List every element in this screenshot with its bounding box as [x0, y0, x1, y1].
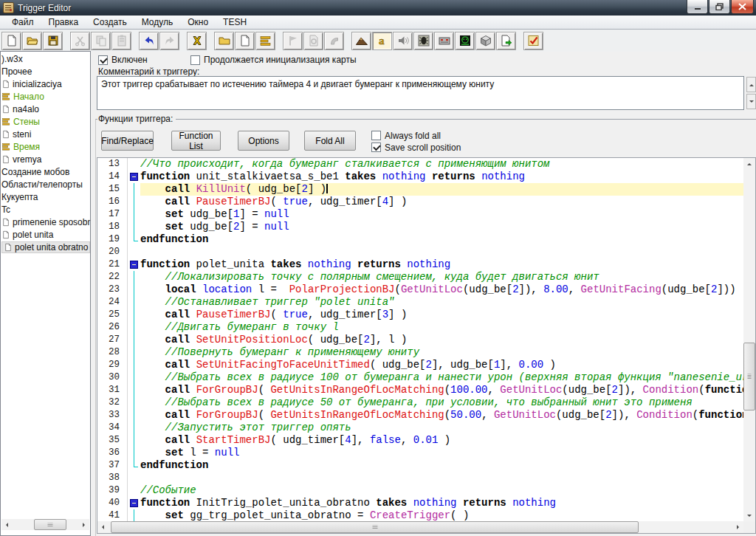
menu-edit[interactable]: Правка [41, 16, 86, 29]
new-category-button[interactable] [214, 32, 234, 50]
code-line-25[interactable]: 25 call PauseTimerBJ( true, udg_timer[3]… [97, 309, 743, 321]
tree-item-trigger-polet-unita[interactable]: polet unita [1, 228, 90, 241]
fold-minus-icon[interactable] [130, 261, 138, 269]
code-text[interactable]: call KillUnit( udg_be[2] ) [140, 183, 743, 196]
code-line-38[interactable]: 38 [97, 472, 743, 484]
editor-scroll-left-button[interactable] [97, 521, 108, 532]
code-line-32[interactable]: 32 //Выбрать всех в радиусе 50 от бумера… [97, 396, 743, 409]
code-text[interactable]: local location l = PolarProjectionBJ(Get… [140, 284, 743, 296]
enabled-checkbox[interactable] [98, 55, 108, 65]
close-button[interactable] [731, 0, 754, 14]
code-line-21[interactable]: 21function polet_unita takes nothing ret… [97, 258, 743, 271]
code-line-36[interactable]: 36 set l = null [97, 447, 743, 459]
code-text[interactable]: //Останавливает триггер "polet unita" [140, 296, 743, 309]
code-line-31[interactable]: 31 call ForGroupBJ( GetUnitsInRangeOfLoc… [97, 384, 743, 396]
minimize-button[interactable] [687, 0, 708, 14]
code-line-22[interactable]: 22 //Локализировать точку с полярным сме… [97, 271, 743, 284]
find-replace-button[interactable]: Find/Replace [101, 131, 154, 151]
code-line-28[interactable]: 28 //Повернуть бумеранг к применяющему ю… [97, 346, 743, 359]
code-text[interactable] [140, 472, 743, 484]
menu-module[interactable]: Модуль [134, 16, 181, 29]
tree-item-category-kukuepta[interactable]: Кукуепта [1, 190, 90, 203]
object-editor-button[interactable] [413, 32, 433, 50]
tree-item-category-tc[interactable]: Tc [1, 203, 90, 216]
trigger-editor-button[interactable]: a [372, 32, 392, 50]
code-text[interactable]: function unit_stalkivaetsa_s_be1 takes n… [140, 171, 743, 183]
tree-item-category-oblasti-teleporty[interactable]: Области/телепорты [1, 178, 90, 190]
code-line-41[interactable]: 41 set gg_trg_polet_unita_obratno = Crea… [97, 509, 743, 521]
code-line-18[interactable]: 18 set udg_be[2] = null [97, 221, 743, 233]
fold-minus-icon[interactable] [130, 173, 138, 181]
code-line-29[interactable]: 29 call SetUnitFacingToFaceUnitTimed( ud… [97, 359, 743, 371]
trigger-tree[interactable]: ).w3xПрочееinicializaciyaНачалоna4aloСте… [1, 52, 90, 518]
menu-window[interactable]: Окно [180, 16, 216, 29]
code-text[interactable]: //Событие [140, 484, 743, 497]
code-line-13[interactable]: 13//Что происходит, когда бумеранг сталк… [97, 158, 743, 171]
editor-vertical-scrollbar[interactable] [743, 158, 755, 521]
test-map-button[interactable] [523, 32, 543, 50]
always-fold-all-checkbox[interactable] [371, 131, 381, 140]
new-trigger-button[interactable] [235, 32, 255, 50]
function-list-button[interactable]: Function List [171, 131, 221, 151]
code-text[interactable]: set l = null [140, 447, 743, 459]
trigger-comment-input[interactable]: Этот триггер срабатывает по истечению та… [97, 76, 744, 110]
code-line-26[interactable]: 26 //Двигать бумеранг в точку l [97, 321, 743, 334]
tree-scroll-right-button[interactable] [79, 519, 89, 530]
tree-horizontal-scrollbar[interactable] [1, 519, 89, 530]
code-text[interactable]: endfunction [140, 459, 743, 472]
code-line-39[interactable]: 39//Событие [97, 484, 743, 497]
fold-collapse-box[interactable] [127, 497, 140, 509]
code-text[interactable]: //Выбрать всех в радиусе 100 от бумеранг… [140, 371, 743, 384]
fold-minus-icon[interactable] [130, 499, 138, 507]
tree-item-category-prochee[interactable]: Прочее [1, 65, 90, 78]
fold-collapse-box[interactable] [127, 171, 140, 183]
restore-button[interactable] [709, 0, 730, 14]
editor-scroll-up-button[interactable] [743, 158, 755, 169]
ai-editor-button[interactable] [455, 32, 475, 50]
code-line-17[interactable]: 17 set udg_be[1] = null [97, 208, 743, 221]
comment-scroll-up-button[interactable] [746, 77, 756, 92]
tree-scroll-track[interactable] [12, 519, 79, 530]
editor-horizontal-scrollbar[interactable] [97, 521, 743, 533]
code-text[interactable]: //Повернуть бумеранг к применяющему юнит… [140, 346, 743, 359]
tree-item-comment-nachalo[interactable]: Начало [1, 90, 90, 103]
code-text[interactable]: function polet_unita takes nothing retur… [140, 258, 743, 271]
tree-item-trigger-primenenie-sposobnosti[interactable]: primenenie sposobno [1, 216, 90, 228]
code-text[interactable]: set udg_be[1] = null [140, 208, 743, 221]
fold-all-button[interactable]: Fold All [304, 131, 356, 151]
editor-hscroll-track[interactable] [108, 521, 733, 533]
code-line-37[interactable]: 37endfunction [97, 459, 743, 472]
tree-scroll-thumb[interactable] [34, 519, 66, 530]
code-text[interactable]: call PauseTimerBJ( true, udg_timer[3] ) [140, 309, 743, 321]
tree-item-trigger-inicializaciya[interactable]: inicializaciya [1, 78, 90, 90]
code-text[interactable]: //Что происходит, когда бумеранг сталкив… [140, 158, 743, 171]
tree-item-category-sozdanie-mobov[interactable]: Создание мобов [1, 165, 90, 178]
map-init-checkbox[interactable] [190, 55, 200, 65]
code-line-30[interactable]: 30 //Выбрать всех в радиусе 100 от бумер… [97, 371, 743, 384]
code-text[interactable]: //Локализировать точку с полярным смещен… [140, 271, 743, 284]
editor-hscroll-thumb[interactable] [111, 521, 639, 533]
menu-file[interactable]: Файл [4, 16, 41, 29]
tree-item-comment-vremya[interactable]: Время [1, 140, 90, 153]
code-text[interactable] [140, 246, 743, 258]
code-text[interactable]: call ForGroupBJ( GetUnitsInRangeOfLocMat… [140, 384, 743, 396]
code-text[interactable]: set gg_trg_polet_unita_obratno = CreateT… [140, 509, 743, 521]
tree-item-trigger-steni[interactable]: steni [1, 128, 90, 140]
object-manager-button[interactable] [475, 32, 495, 50]
code-line-24[interactable]: 24 //Останавливает триггер "polet unita" [97, 296, 743, 309]
tree-item-trigger-vremya[interactable]: vremya [1, 153, 90, 165]
code-line-27[interactable]: 27 call SetUnitPositionLoc( udg_be[2], l… [97, 334, 743, 346]
code-text[interactable]: set udg_be[2] = null [140, 221, 743, 233]
editor-scroll-right-button[interactable] [733, 521, 743, 532]
code-text[interactable]: function InitTrig_polet_unita_obratno ta… [140, 497, 743, 509]
code-line-20[interactable]: 20 [97, 246, 743, 258]
code-line-16[interactable]: 16 call PauseTimerBJ( true, udg_timer[4]… [97, 196, 743, 208]
code-text[interactable]: //Запустить этот триггер опять [140, 422, 743, 434]
options-button[interactable]: Options [238, 131, 289, 151]
comment-scroll-down-button[interactable] [746, 94, 756, 109]
code-text[interactable]: call StartTimerBJ( udg_timer[4], false, … [140, 434, 743, 447]
code-text[interactable]: call SetUnitPositionLoc( udg_be[2], l ) [140, 334, 743, 346]
code-line-34[interactable]: 34 //Запустить этот триггер опять [97, 422, 743, 434]
code-text[interactable]: //Выбрать всех в радиусе 50 от бумеранга… [140, 396, 743, 409]
fold-collapse-box[interactable] [127, 258, 140, 271]
